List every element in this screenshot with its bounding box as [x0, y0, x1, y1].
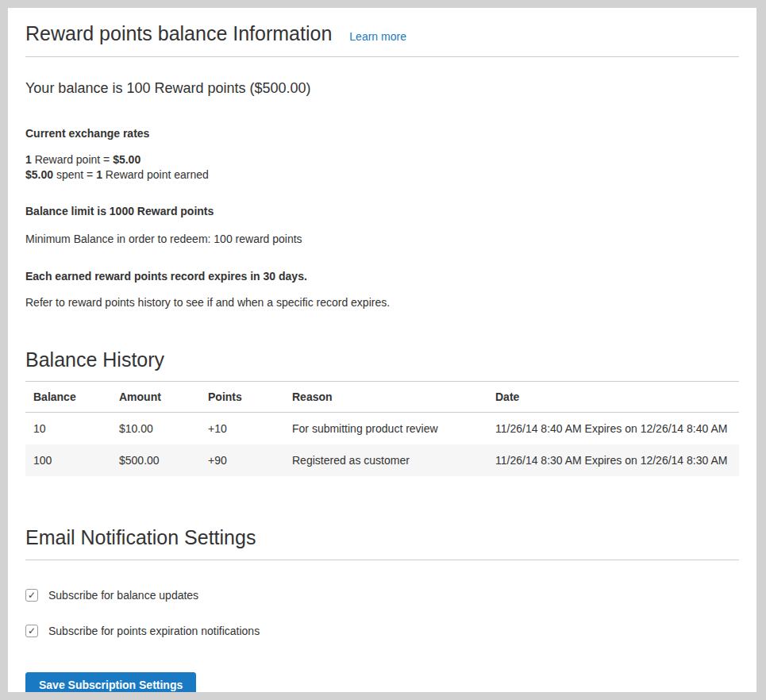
save-subscription-settings-button[interactable]: Save Subscription Settings: [25, 672, 196, 692]
column-header-date: Date: [487, 382, 739, 413]
column-header-balance: Balance: [25, 382, 111, 413]
rate2-suffix: Reward point earned: [102, 168, 209, 181]
cell-balance: 10: [25, 413, 111, 445]
rate1-points: 1: [25, 153, 32, 166]
checkmark-icon: ✓: [28, 626, 36, 636]
exchange-rate-line-2: $5.00 spent = 1 Reward point earned: [25, 167, 739, 183]
balance-updates-label: Subscribe for balance updates: [48, 589, 198, 602]
exchange-rate-line-1: 1 Reward point = $5.00: [25, 152, 739, 167]
expiration-notifications-label: Subscribe for points expiration notifica…: [48, 625, 260, 637]
cell-points: +10: [200, 413, 284, 445]
cell-reason: Registered as customer: [284, 444, 487, 476]
cell-date: 11/26/14 8:40 AM Expires on 12/26/14 8:4…: [487, 413, 739, 445]
balance-history-title: Balance History: [25, 348, 739, 371]
cell-date: 11/26/14 8:30 AM Expires on 12/26/14 8:3…: [487, 444, 739, 476]
email-settings-title: Email Notification Settings: [25, 525, 739, 560]
balance-updates-option: ✓ Subscribe for balance updates: [25, 589, 739, 602]
balance-limit-text: Balance limit is 1000 Reward points: [25, 204, 739, 219]
balance-history-table: Balance Amount Points Reason Date 10 $10…: [25, 381, 739, 476]
exchange-rates-heading: Current exchange rates: [25, 126, 739, 141]
expiration-notifications-option: ✓ Subscribe for points expiration notifi…: [25, 625, 739, 637]
page-title: Reward points balance Information: [25, 21, 332, 45]
cell-reason: For submitting product review: [284, 413, 487, 445]
reward-points-card: Reward points balance Information Learn …: [8, 8, 756, 692]
learn-more-link[interactable]: Learn more: [349, 30, 406, 43]
rate2-points: 1: [96, 168, 102, 181]
column-header-amount: Amount: [111, 382, 200, 413]
expiration-note-text: Refer to reward points history to see if…: [25, 295, 739, 310]
table-row: 10 $10.00 +10 For submitting product rev…: [25, 413, 739, 445]
rate2-text: spent =: [53, 168, 96, 181]
cell-amount: $500.00: [111, 444, 200, 476]
expiration-notifications-checkbox[interactable]: ✓: [25, 625, 38, 637]
table-header-row: Balance Amount Points Reason Date: [25, 382, 739, 413]
balance-updates-checkbox[interactable]: ✓: [25, 589, 38, 602]
cell-points: +90: [200, 444, 284, 476]
cell-amount: $10.00: [111, 413, 200, 445]
minimum-balance-text: Minimum Balance in order to redeem: 100 …: [25, 232, 739, 247]
page-title-row: Reward points balance Information Learn …: [25, 8, 739, 57]
cell-balance: 100: [25, 444, 111, 476]
table-row: 100 $500.00 +90 Registered as customer 1…: [25, 444, 739, 476]
expiration-rule-text: Each earned reward points record expires…: [25, 269, 739, 284]
checkmark-icon: ✓: [28, 590, 36, 600]
column-header-reason: Reason: [284, 382, 487, 413]
rate2-amount: $5.00: [25, 168, 53, 181]
column-header-points: Points: [200, 382, 284, 413]
rate1-text: Reward point =: [32, 153, 113, 166]
balance-summary: Your balance is 100 Reward points ($500.…: [25, 79, 739, 98]
rate1-amount: $5.00: [113, 153, 140, 166]
